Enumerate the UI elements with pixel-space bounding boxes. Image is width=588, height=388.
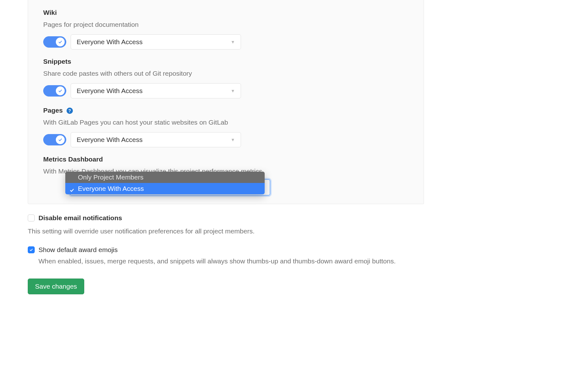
pages-title: Pages ? [43,105,409,115]
snippets-access-selected: Everyone With Access [77,86,143,96]
disable-email-label: Disable email notifications [38,213,122,223]
metrics-option-only-members-label: Only Project Members [78,172,144,182]
pages-access-dropdown[interactable]: Everyone With Access ▼ [71,132,241,147]
wiki-desc: Pages for project documentation [43,20,409,30]
pages-title-text: Pages [43,107,63,114]
save-changes-button[interactable]: Save changes [28,279,84,294]
check-icon [56,86,65,95]
snippets-toggle[interactable] [43,85,66,97]
pages-section: Pages ? With GitLab Pages you can host y… [43,105,409,147]
wiki-access-dropdown[interactable]: Everyone With Access ▼ [71,34,241,50]
chevron-down-icon: ▼ [231,137,235,143]
wiki-section: Wiki Pages for project documentation Eve… [43,8,409,50]
metrics-option-everyone-label: Everyone With Access [78,184,144,194]
wiki-access-selected: Everyone With Access [77,37,143,47]
wiki-title: Wiki [43,8,409,18]
chevron-down-icon: ▼ [231,88,235,94]
award-emojis-label: Show default award emojis [38,245,396,255]
award-emojis-row: Show default award emojis When enabled, … [28,245,424,275]
metrics-access-dropdown-list: Only Project Members Everyone With Acces… [65,172,265,194]
check-icon [56,135,65,144]
metrics-title: Metrics Dashboard [43,154,409,164]
award-emojis-checkbox[interactable] [28,246,35,253]
metrics-section: Metrics Dashboard With Metrics Dashboard… [43,154,409,176]
chevron-down-icon: ▼ [231,39,235,45]
award-emojis-desc: When enabled, issues, merge requests, an… [38,256,396,266]
pages-access-selected: Everyone With Access [77,135,143,145]
pages-desc: With GitLab Pages you can host your stat… [43,117,409,127]
metrics-option-everyone[interactable]: Everyone With Access [65,183,265,194]
pages-toggle[interactable] [43,134,66,145]
disable-email-desc: This setting will override user notifica… [28,226,424,236]
visibility-permissions-panel: Wiki Pages for project documentation Eve… [28,0,424,204]
snippets-access-dropdown[interactable]: Everyone With Access ▼ [71,83,241,98]
disable-email-row: Disable email notifications [28,213,424,223]
snippets-desc: Share code pastes with others out of Git… [43,68,409,79]
check-icon [56,38,65,46]
disable-email-checkbox[interactable] [28,215,35,221]
wiki-toggle[interactable] [43,36,66,48]
check-icon [69,186,75,191]
metrics-option-only-members[interactable]: Only Project Members [65,172,265,183]
snippets-section: Snippets Share code pastes with others o… [43,56,409,98]
snippets-title: Snippets [43,56,409,67]
help-icon[interactable]: ? [67,108,73,114]
